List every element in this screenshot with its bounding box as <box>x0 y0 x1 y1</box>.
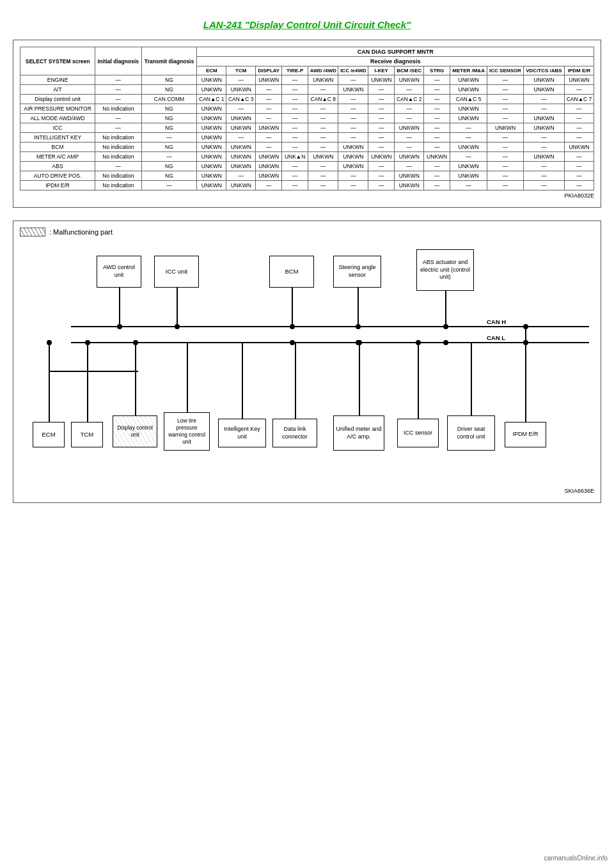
awd-control-unit: AWD control unit <box>97 256 141 288</box>
table-cell: UNKWN <box>256 152 282 162</box>
table-cell: UNKWN <box>197 152 226 162</box>
table-cell: UNKWN <box>338 162 368 171</box>
table-cell: — <box>523 104 564 114</box>
table-cell: UNKWN <box>226 162 256 171</box>
table-cell: — <box>338 171 368 181</box>
table-cell: — <box>368 123 395 133</box>
col-ipdm-er: IPDM E/R <box>565 66 594 75</box>
col-ecm: ECM <box>197 66 226 75</box>
receive-header: Receive diagnosis <box>197 57 594 66</box>
table-cell: — <box>565 114 594 123</box>
table-cell: — <box>282 104 308 114</box>
awd-node <box>117 324 122 329</box>
table-row: METER A/C AMPNo indication—UNKWNUNKWNUNK… <box>20 152 594 162</box>
table-cell: — <box>487 95 524 104</box>
col-tire-p: TIRE-P <box>282 66 308 75</box>
table-cell: — <box>395 114 424 123</box>
table-cell: UNKWN <box>197 143 226 152</box>
table-cell: — <box>424 162 450 171</box>
datalink-v-line <box>295 343 296 419</box>
table-cell: — <box>95 95 141 104</box>
table-cell: — <box>424 181 450 190</box>
table-cell: — <box>395 162 424 171</box>
table-cell: UNKWN <box>395 152 424 162</box>
table-cell: UNKWN <box>226 85 256 95</box>
table-cell: UNKWN <box>226 143 256 152</box>
table-cell: UNKWN <box>523 85 564 95</box>
table-cell: — <box>395 133 424 143</box>
table-cell: — <box>338 104 368 114</box>
legend: : Malfunctioning part <box>20 228 594 236</box>
table-cell: UNKWN <box>197 75 226 85</box>
table-cell: No indication <box>95 171 141 181</box>
table-cell: UNKWN <box>450 171 487 181</box>
table-section: SELECT SYSTEM screen Initial diagnosis T… <box>13 40 601 208</box>
table-cell: — <box>256 143 282 152</box>
table-cell: — <box>282 95 308 104</box>
ecm-v-line <box>49 343 50 422</box>
table-cell: UNKWN <box>368 75 395 85</box>
table-cell: UNKWN <box>395 123 424 133</box>
table-cell: — <box>523 181 564 190</box>
table-cell: — <box>368 171 395 181</box>
table-cell: UNKWN <box>338 85 368 95</box>
table-cell: NG <box>141 171 197 181</box>
table-cell: INTELLIGENT KEY <box>20 133 95 143</box>
meter-v-line <box>359 343 360 415</box>
table-cell: — <box>282 181 308 190</box>
table-cell: — <box>487 75 524 85</box>
table-cell: — <box>256 104 282 114</box>
page-title: LAN-241 "Display Control Unit Circuit Ch… <box>0 0 614 40</box>
ecm: ECM <box>33 422 65 447</box>
table-cell: UNKWN <box>256 75 282 85</box>
table-cell: — <box>565 181 594 190</box>
table-cell: — <box>368 133 395 143</box>
steering-angle-sensor: Steering angle sensor <box>333 256 381 288</box>
table-cell: — <box>565 123 594 133</box>
table-cell: — <box>565 152 594 162</box>
table-cell: UNKWN <box>338 152 368 162</box>
iccsensor-v-line <box>418 343 419 419</box>
table-cell: UNKWN <box>565 75 594 85</box>
table-cell: NG <box>141 114 197 123</box>
table-row: A/T—NGUNKWNUNKWN———UNKWN———UNKWN—UNKWN— <box>20 85 594 95</box>
col-strg: STRG <box>424 66 450 75</box>
table-cell: — <box>523 143 564 152</box>
table-cell: AUTO DRIVE POS. <box>20 171 95 181</box>
table-cell: — <box>141 133 197 143</box>
table-cell: CAN COMM <box>141 95 197 104</box>
table-cell: UNKWN <box>368 152 395 162</box>
icc-unit: ICC unit <box>154 256 199 288</box>
icc-vertical-line <box>177 288 178 327</box>
can-h-label: CAN H <box>487 318 506 325</box>
table-cell: NG <box>141 85 197 95</box>
can-h-line <box>71 326 589 327</box>
table-cell: — <box>95 85 141 95</box>
legend-text: : Malfunctioning part <box>49 228 113 236</box>
ipdm-er: IPDM E/R <box>505 422 546 447</box>
col-meter-ma: METER /M&A <box>450 66 487 75</box>
table-cell: ALL MODE AWD/4WD <box>20 114 95 123</box>
table-cell: — <box>368 95 395 104</box>
table-cell: — <box>487 104 524 114</box>
table-cell: UNKWN <box>308 75 338 85</box>
table-cell: UNKWN <box>308 152 338 162</box>
abs-node-l <box>443 340 448 345</box>
display-node-l <box>133 340 138 345</box>
table-cell: — <box>395 143 424 152</box>
table-cell: — <box>450 152 487 162</box>
table-cell: CAN▲C 5 <box>450 95 487 104</box>
table-cell: UNKWN <box>450 104 487 114</box>
table-cell: — <box>368 143 395 152</box>
table-cell: UNKWN <box>226 114 256 123</box>
table-cell: — <box>487 85 524 95</box>
table-cell: — <box>282 171 308 181</box>
table-cell: — <box>308 104 338 114</box>
can-l-line <box>71 342 589 343</box>
intkey-v-line <box>242 343 243 419</box>
table-cell: — <box>424 75 450 85</box>
table-cell: — <box>95 123 141 133</box>
table-cell: — <box>487 152 524 162</box>
table-cell: — <box>368 85 395 95</box>
table-cell: — <box>424 85 450 95</box>
